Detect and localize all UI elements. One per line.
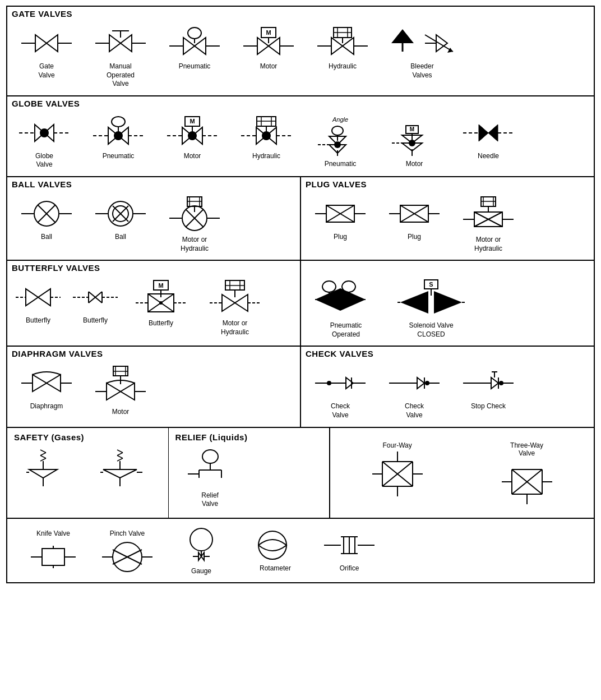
svg-point-49: [114, 131, 123, 140]
svg-line-206: [40, 455, 46, 458]
svg-marker-131: [38, 289, 50, 306]
needle-item: Needle: [455, 116, 522, 161]
check-valve-symbol1: [315, 366, 366, 400]
check-valves-grid: CheckValve: [301, 360, 594, 426]
special-valves-grid: PneumaticOperated S: [301, 261, 594, 346]
svg-point-262: [258, 531, 286, 559]
three-way-item: Three-WayValve: [493, 441, 561, 504]
stop-check-label: Stop Check: [471, 402, 506, 411]
svg-rect-248: [42, 549, 64, 565]
svg-text:M: M: [266, 29, 271, 36]
four-way-top-label: Four-Way: [383, 441, 412, 449]
diaphragm-symbol: [21, 366, 72, 400]
svg-marker-168: [434, 291, 462, 314]
ball-plug-row: BALL VALVES Ball: [7, 177, 594, 261]
svg-line-207: [40, 458, 46, 461]
ball-valve-item1: Ball: [13, 197, 80, 242]
svg-marker-208: [29, 469, 57, 478]
motor-hydraulic-ball-label: Motor orHydraulic: [181, 236, 209, 253]
svg-marker-22: [269, 38, 280, 54]
motor-globe-label: Motor: [184, 152, 201, 161]
svg-point-146: [159, 301, 163, 305]
hydraulic-gate-label: Hydraulic: [329, 62, 357, 71]
pneumatic-operated-item: PneumaticOperated: [307, 280, 385, 339]
gate-valve-symbol: [21, 26, 72, 60]
svg-line-205: [40, 453, 46, 455]
diaphragm-section: DIAPHRAGM VALVES: [7, 347, 301, 426]
globe-valves-grid: GlobeValve Pneumatic: [7, 109, 594, 176]
bleeder-valves-label: BleederValves: [410, 62, 433, 80]
svg-marker-3: [47, 35, 58, 52]
relief-grid: ReliefValve: [171, 443, 327, 515]
plug-valves-grid: Plug Plug: [301, 190, 594, 260]
ball-valves-grid: Ball Ball: [7, 190, 300, 260]
motor-gate-item: M Motor: [235, 26, 302, 71]
pinch-valve-item: Pinch Valve: [94, 527, 161, 574]
angle-motor-item: A M Motor: [381, 116, 448, 169]
knife-valve-symbol: [28, 540, 78, 574]
needle-symbol: [463, 116, 514, 150]
angle-motor-label: Motor: [406, 160, 423, 169]
ball-valve-label2: Ball: [115, 233, 126, 242]
three-way-top-label: Three-WayValve: [510, 441, 543, 457]
motor-hydraulic-butterfly-item: Motor orHydraulic: [201, 280, 269, 337]
safety-symbol2: [98, 450, 148, 483]
butterfly-label3: Butterfly: [149, 319, 173, 328]
svg-marker-37: [436, 35, 447, 52]
manual-valve-item: ManualOperatedValve: [87, 26, 154, 89]
butterfly-label2: Butterfly: [83, 316, 108, 325]
four-three-way-section: Four-Way: [330, 428, 594, 518]
svg-point-156: [322, 281, 336, 292]
gate-valve-item: GateValve: [13, 26, 80, 80]
orifice-item: Orifice: [316, 528, 383, 573]
svg-point-195: [425, 381, 429, 385]
diaphragm-grid: Diaphragm: [7, 360, 300, 423]
motor-diaphragm-label: Motor: [112, 408, 130, 417]
relief-item: ReliefValve: [177, 450, 244, 509]
pneumatic-gate-label: Pneumatic: [179, 62, 211, 71]
four-way-symbol: [372, 452, 423, 496]
butterfly-symbol1: [13, 280, 63, 314]
three-way-symbol: [502, 459, 552, 504]
diaphragm-check-row: DIAPHRAGM VALVES: [7, 347, 594, 427]
globe-valves-section: GLOBE VALVES GlobeValve: [7, 96, 594, 177]
svg-marker-30: [331, 38, 343, 54]
safety-section: SAFETY (Gases): [7, 428, 169, 518]
ball-valves-title: BALL VALVES: [7, 177, 300, 190]
motor-hydraulic-plug-symbol: [463, 197, 514, 233]
plug-valve-symbol2: [389, 197, 440, 231]
svg-line-214: [117, 455, 123, 458]
plug-valves-section: PLUG VALVES Plug: [301, 177, 594, 260]
svg-point-67: [262, 131, 271, 140]
rotameter-item: Rotameter: [242, 528, 309, 573]
pneumatic-globe-item: Pneumatic: [85, 116, 152, 161]
angle-pneumatic-label: Pneumatic: [325, 160, 357, 169]
hydraulic-gate-symbol: [317, 26, 368, 60]
butterfly-item2: Butterfly: [70, 280, 121, 325]
ball-valves-section: BALL VALVES Ball: [7, 177, 301, 260]
angle-motor-symbol: M: [389, 124, 440, 158]
ball-valve-symbol2: [95, 197, 146, 231]
valve-chart: GATE VALVES GateValve: [6, 6, 595, 583]
gate-valves-section: GATE VALVES GateValve: [7, 7, 594, 96]
pneumatic-gate-item: Pneumatic: [161, 26, 228, 71]
svg-point-57: [188, 131, 197, 140]
rotameter-label: Rotameter: [260, 564, 291, 573]
hydraulic-globe-item: Hydraulic: [233, 116, 300, 161]
svg-point-43: [112, 117, 125, 127]
check-valve-symbol2: [389, 366, 440, 400]
svg-point-186: [327, 381, 331, 385]
svg-line-204: [40, 450, 46, 453]
svg-marker-167: [400, 291, 428, 314]
svg-line-215: [117, 458, 123, 461]
motor-hydraulic-plug-label: Motor orHydraulic: [474, 236, 502, 253]
gate-valve-label: GateValve: [38, 62, 54, 80]
plug-valve-item2: Plug: [381, 197, 448, 242]
svg-marker-173: [33, 375, 47, 392]
motor-diaphragm-item: Motor: [87, 366, 154, 417]
pneumatic-globe-label: Pneumatic: [103, 152, 135, 161]
svg-marker-2: [35, 35, 47, 52]
svg-line-212: [117, 450, 123, 453]
motor-hydraulic-ball-symbol: [169, 197, 220, 233]
safety-relief-section: SAFETY (Gases): [7, 428, 330, 518]
